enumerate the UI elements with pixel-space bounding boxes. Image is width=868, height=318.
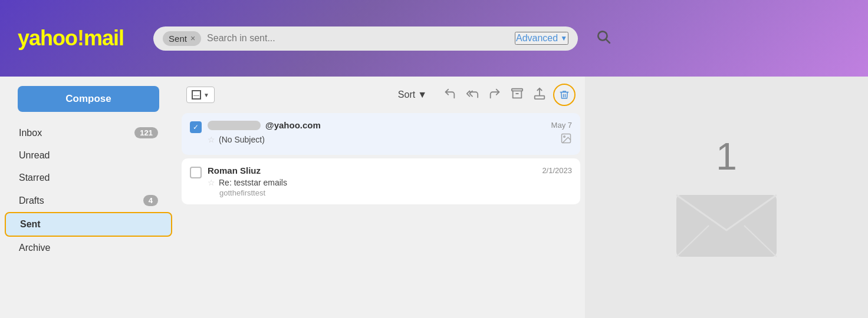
email-checkbox[interactable] (190, 121, 202, 133)
svg-point-6 (564, 136, 565, 138)
chevron-down-icon: ▼ (560, 34, 567, 42)
reply-all-icon (466, 87, 479, 100)
email-preview: gotthefirsttest (219, 188, 572, 197)
sort-label: Sort (398, 90, 415, 100)
email-sender: @yahoo.com (208, 120, 321, 130)
svg-line-1 (606, 39, 610, 43)
envelope-display: 1 (673, 135, 780, 260)
sidebar-item-label: Starred (19, 173, 50, 183)
sidebar-item-label: Sent (20, 219, 41, 230)
email-list: ▼ Sort ▼ (177, 77, 585, 318)
advanced-button[interactable]: Advanced ▼ (515, 32, 568, 45)
table-row[interactable]: @yahoo.com May 7 ☆ (No Subject) (182, 113, 580, 155)
action-buttons (441, 84, 576, 106)
envelope-icon (673, 183, 780, 260)
sidebar: Compose Inbox 121 Unread Starred Drafts … (0, 77, 177, 318)
upload-icon (533, 87, 546, 100)
sidebar-item-label: Inbox (19, 128, 42, 138)
svg-rect-4 (535, 95, 545, 99)
sender-avatar (208, 121, 261, 130)
email-subject: Re: teststar emails (219, 178, 287, 187)
email-content: Roman Sliuz 2/1/2023 ☆ Re: teststar emai… (208, 165, 572, 197)
email-subject: (No Subject) (219, 135, 265, 144)
reply-icon (443, 87, 456, 100)
email-sender: Roman Sliuz (208, 165, 261, 175)
star-icon[interactable]: ☆ (208, 135, 215, 144)
forward-icon (488, 87, 501, 100)
sender-email: @yahoo.com (265, 120, 321, 130)
select-all-icon (192, 90, 201, 100)
search-tag[interactable]: Sent × (163, 31, 201, 46)
sort-chevron-icon: ▼ (417, 90, 427, 100)
email-header: Roman Sliuz 2/1/2023 (208, 165, 572, 175)
email-subject-row: ☆ Re: teststar emails (208, 178, 572, 187)
sidebar-item-unread[interactable]: Unread (5, 144, 172, 167)
select-all-button[interactable]: ▼ (186, 87, 215, 103)
delete-button[interactable] (553, 84, 576, 106)
image-attachment-icon (560, 132, 572, 147)
email-date: May 7 (551, 121, 572, 130)
sidebar-item-label: Drafts (19, 196, 44, 206)
inbox-badge: 121 (134, 127, 158, 138)
advanced-label: Advanced (516, 33, 558, 44)
sort-button[interactable]: Sort ▼ (398, 90, 427, 100)
reply-button[interactable] (441, 85, 459, 105)
sidebar-item-sent[interactable]: Sent (5, 212, 172, 237)
header: yahoo!mail Sent × Advanced ▼ (0, 0, 868, 77)
email-checkbox[interactable] (190, 167, 202, 178)
sender-name: Roman Sliuz (208, 165, 261, 175)
archive-button[interactable] (508, 85, 526, 105)
email-content: @yahoo.com May 7 ☆ (No Subject) (208, 120, 572, 148)
search-tag-label: Sent (169, 34, 187, 44)
logo: yahoo!mail (18, 26, 124, 51)
sidebar-item-inbox[interactable]: Inbox 121 (5, 121, 172, 144)
table-row[interactable]: Roman Sliuz 2/1/2023 ☆ Re: teststar emai… (182, 158, 580, 204)
email-subject-row: ☆ (No Subject) (208, 132, 572, 147)
trash-icon (559, 90, 570, 100)
email-header: @yahoo.com May 7 (208, 120, 572, 130)
chevron-down-icon: ▼ (203, 92, 209, 98)
search-bar: Sent × Advanced ▼ (153, 26, 578, 51)
upload-button[interactable] (531, 85, 548, 105)
search-input[interactable] (207, 33, 509, 44)
star-icon[interactable]: ☆ (208, 178, 215, 187)
svg-rect-7 (676, 195, 777, 257)
toolbar: ▼ Sort ▼ (177, 77, 585, 113)
search-button[interactable] (596, 29, 611, 48)
archive-icon (511, 87, 524, 100)
drafts-badge: 4 (143, 195, 158, 206)
reply-all-button[interactable] (463, 85, 481, 105)
main-layout: Compose Inbox 121 Unread Starred Drafts … (0, 77, 868, 318)
sidebar-item-label: Archive (19, 243, 50, 253)
sidebar-item-archive[interactable]: Archive (5, 237, 172, 259)
sidebar-item-label: Unread (19, 150, 50, 161)
preview-pane: 1 (585, 77, 868, 318)
email-date: 2/1/2023 (542, 166, 572, 175)
compose-button[interactable]: Compose (18, 86, 159, 112)
email-count: 1 (716, 135, 737, 178)
logo-exclamation: ! (77, 26, 84, 50)
email-rows: @yahoo.com May 7 ☆ (No Subject) (177, 113, 585, 318)
svg-rect-2 (512, 88, 522, 91)
sidebar-item-drafts[interactable]: Drafts 4 (5, 189, 172, 212)
search-icon (596, 29, 611, 44)
logo-yahoo: yahoo!mail (18, 26, 124, 50)
forward-button[interactable] (486, 85, 504, 105)
search-tag-close[interactable]: × (190, 34, 195, 43)
sidebar-item-starred[interactable]: Starred (5, 167, 172, 189)
